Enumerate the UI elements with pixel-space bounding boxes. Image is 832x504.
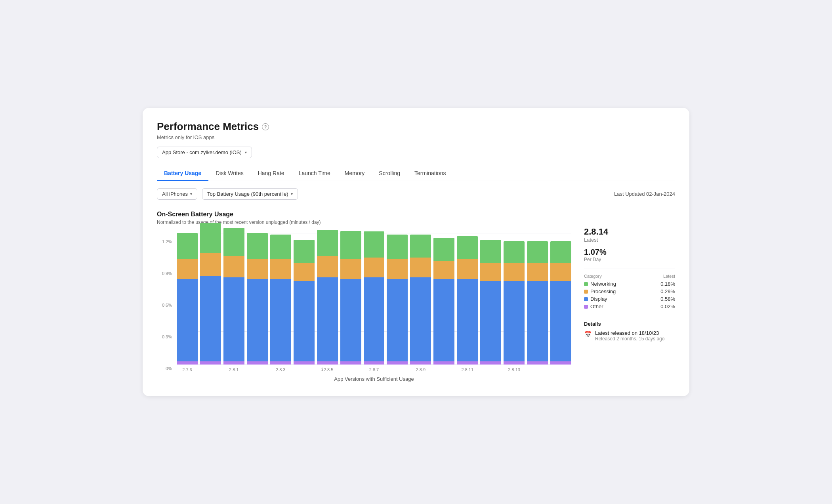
app-selector-label: App Store - com.zylker.demo (iOS): [162, 149, 242, 155]
bar-display: [177, 279, 198, 361]
tab-terminations[interactable]: Terminations: [407, 166, 453, 181]
bar-col[interactable]: [340, 233, 361, 365]
bar-display: [364, 277, 385, 361]
bar-stack: [504, 241, 525, 365]
version-sub: Latest: [584, 237, 675, 243]
bar-display: [317, 277, 338, 361]
bar-col[interactable]: [317, 233, 338, 365]
bar-display: [270, 279, 291, 361]
bar-processing: [317, 256, 338, 277]
bar-stack: [527, 241, 548, 365]
bar-networking: [433, 238, 454, 261]
bar-col[interactable]: [200, 233, 221, 365]
chart-title: On-Screen Battery Usage: [157, 211, 571, 218]
bar-stack: [223, 228, 244, 365]
device-filter[interactable]: All iPhones ▾: [157, 188, 197, 200]
details-section: Details 📅 Latest released on 18/10/23 Re…: [584, 316, 675, 342]
bar-processing: [504, 263, 525, 281]
x-label: [550, 367, 571, 372]
bar-stack: [364, 231, 385, 365]
bar-other: [200, 361, 221, 365]
x-label: [433, 367, 454, 372]
metric-chevron-icon: ▾: [291, 192, 293, 196]
bar-networking: [504, 241, 525, 263]
bar-stack: [387, 235, 408, 365]
bars-container: 2.7.62.8.12.8.3ℹ2.8.52.8.72.8.92.8.112.8…: [177, 233, 571, 382]
bar-processing: [433, 261, 454, 279]
bar-col[interactable]: [550, 233, 571, 365]
y-label-2: 0.3%: [162, 334, 172, 339]
legend-row: Display0.58%: [584, 296, 675, 302]
tab-disk-writes[interactable]: Disk Writes: [208, 166, 251, 181]
bar-stack: [177, 233, 198, 365]
bar-col[interactable]: [387, 233, 408, 365]
app-selector[interactable]: App Store - com.zylker.demo (iOS) ▾: [157, 147, 252, 158]
title-text: Performance Metrics: [157, 120, 259, 133]
metric-filter[interactable]: Top Battery Usage (90th percentile) ▾: [202, 188, 298, 200]
bar-display: [480, 281, 501, 361]
device-filter-label: All iPhones: [162, 191, 188, 197]
bar-networking: [457, 236, 478, 259]
bar-stack: [247, 233, 268, 365]
bar-processing: [177, 259, 198, 279]
bar-col[interactable]: [364, 233, 385, 365]
bar-processing: [480, 263, 501, 281]
tab-launch-time[interactable]: Launch Time: [292, 166, 338, 181]
bar-processing: [270, 259, 291, 279]
bar-networking: [340, 231, 361, 259]
x-label: 2.8.7: [364, 367, 385, 372]
bar-other: [247, 361, 268, 365]
filters-row: All iPhones ▾ Top Battery Usage (90th pe…: [157, 188, 675, 200]
tab-scrolling[interactable]: Scrolling: [372, 166, 407, 181]
bar-other: [410, 361, 431, 365]
bar-col[interactable]: [247, 233, 268, 365]
bar-col[interactable]: [433, 233, 454, 365]
bar-processing: [410, 258, 431, 277]
legend-item-name: Display: [590, 296, 658, 302]
bar-networking: [294, 240, 315, 263]
tab-memory[interactable]: Memory: [338, 166, 372, 181]
y-label-1: 0%: [166, 366, 172, 371]
last-updated: Last Updated 02-Jan-2024: [614, 191, 675, 197]
bar-display: [247, 279, 268, 361]
bar-networking: [527, 241, 548, 263]
bar-col[interactable]: [504, 233, 525, 365]
chart-area: On-Screen Battery Usage Normalized to th…: [157, 211, 571, 382]
bar-col[interactable]: [223, 233, 244, 365]
bar-stack: [340, 231, 361, 365]
bar-col[interactable]: [480, 233, 501, 365]
bar-col[interactable]: [527, 233, 548, 365]
legend-col-category: Category: [584, 274, 602, 279]
legend-item-name: Networking: [590, 281, 658, 287]
bar-col[interactable]: [177, 233, 198, 365]
chevron-down-icon: ▾: [245, 150, 247, 155]
legend-item-value: 0.58%: [660, 296, 675, 302]
bar-col[interactable]: [294, 233, 315, 365]
bar-col[interactable]: [270, 233, 291, 365]
bar-processing: [387, 259, 408, 279]
bar-other: [504, 361, 525, 365]
help-icon[interactable]: ?: [262, 123, 269, 130]
bar-col[interactable]: [410, 233, 431, 365]
bar-processing: [457, 259, 478, 279]
bar-display: [433, 279, 454, 361]
bar-display: [340, 279, 361, 361]
legend-row: Processing0.29%: [584, 288, 675, 294]
legend-item-value: 0.02%: [660, 304, 675, 309]
calendar-icon: 📅: [584, 330, 592, 338]
bar-processing: [550, 263, 571, 281]
header: Performance Metrics ? Metrics only for i…: [157, 120, 675, 140]
bar-stack: [550, 241, 571, 365]
per-day-value: 1.07%: [584, 248, 675, 257]
tab-hang-rate[interactable]: Hang Rate: [251, 166, 292, 181]
x-label: [294, 367, 315, 372]
bar-display: [387, 279, 408, 361]
bar-networking: [270, 235, 291, 259]
bar-col[interactable]: [457, 233, 478, 365]
bar-display: [550, 281, 571, 361]
info-icon-small: ℹ: [321, 367, 323, 372]
bar-networking: [410, 235, 431, 258]
bar-other: [294, 361, 315, 365]
tab-battery[interactable]: Battery Usage: [157, 166, 208, 181]
details-row: 📅 Latest released on 18/10/23 Released 2…: [584, 330, 675, 342]
